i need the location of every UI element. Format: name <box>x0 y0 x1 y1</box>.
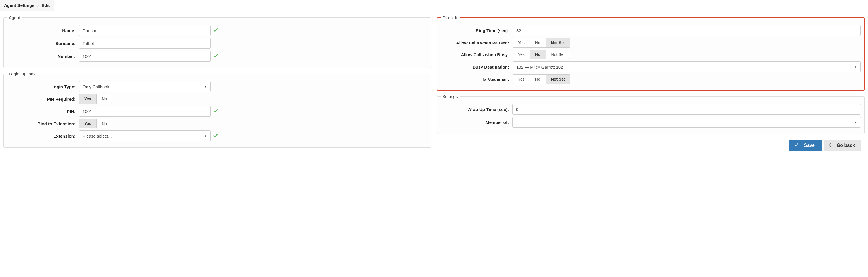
busy-dest-value: 102 — Miley Garrett 102 <box>516 64 563 69</box>
label-allow-paused: Allow Calls when Paused: <box>441 40 513 45</box>
ring-time-input[interactable] <box>513 25 861 36</box>
legend-direct-in: Direct In <box>441 15 460 20</box>
extension-value: Please select... <box>83 134 112 138</box>
label-ring-time: Ring Time (sec): <box>441 28 513 33</box>
check-icon <box>213 53 218 59</box>
number-input[interactable] <box>79 51 211 62</box>
check-icon <box>213 133 218 139</box>
check-icon <box>213 109 218 115</box>
is-voicemail-notset[interactable]: Not Set <box>546 74 570 84</box>
label-pin-required: PIN Required: <box>7 97 79 101</box>
allow-paused-toggle: Yes No Not Set <box>513 38 570 48</box>
login-type-value: Only Callback <box>83 84 109 89</box>
pin-input[interactable] <box>79 106 211 117</box>
label-busy-dest: Busy Destination: <box>441 64 513 69</box>
allow-busy-yes[interactable]: Yes <box>513 50 530 59</box>
label-member-of: Member of: <box>441 120 512 125</box>
label-is-voicemail: Is Voicemail: <box>441 77 513 82</box>
save-label: Save <box>804 143 814 148</box>
allow-busy-notset[interactable]: Not Set <box>546 50 570 59</box>
label-name: Name: <box>7 28 79 33</box>
label-number: Number: <box>7 54 79 59</box>
check-icon <box>794 143 799 148</box>
extension-select[interactable]: Please select... ▼ <box>79 130 211 142</box>
pin-required-toggle: Yes No <box>79 94 112 104</box>
bind-ext-toggle: Yes No <box>79 119 112 128</box>
bind-ext-yes[interactable]: Yes <box>79 119 97 128</box>
breadcrumb: Agent Settings › Edit <box>0 0 54 10</box>
go-back-button[interactable]: Go back <box>825 140 861 151</box>
surname-input[interactable] <box>79 38 211 49</box>
chevron-down-icon: ▼ <box>204 134 207 137</box>
label-allow-busy: Allow Calls when Busy: <box>441 52 513 57</box>
arrow-left-icon <box>829 143 833 148</box>
label-extension: Extension: <box>7 134 79 138</box>
chevron-down-icon: ▼ <box>854 65 857 68</box>
pin-required-no[interactable]: No <box>96 94 112 104</box>
wrapup-input[interactable] <box>512 104 861 115</box>
allow-busy-toggle: Yes No Not Set <box>513 50 570 59</box>
allow-paused-notset[interactable]: Not Set <box>546 38 570 48</box>
legend-agent: Agent <box>7 15 22 20</box>
label-pin: PIN: <box>7 109 79 114</box>
busy-dest-select[interactable]: 102 — Miley Garrett 102 ▼ <box>513 61 861 72</box>
is-voicemail-no[interactable]: No <box>530 74 546 84</box>
label-login-type: Login Type: <box>7 84 79 89</box>
label-wrapup: Wrap Up Time (sec): <box>441 107 512 112</box>
fieldset-agent: Agent Name: Surname: Number: <box>3 15 431 68</box>
legend-login-options: Login Options <box>7 71 37 76</box>
check-icon <box>213 28 218 34</box>
go-back-label: Go back <box>837 143 855 148</box>
breadcrumb-current: Edit <box>41 3 50 8</box>
chevron-down-icon: ▼ <box>854 121 857 124</box>
fieldset-login-options: Login Options Login Type: Only Callback … <box>3 71 431 148</box>
legend-settings: Settings <box>441 94 460 99</box>
chevron-down-icon: ▼ <box>204 85 207 88</box>
bind-ext-no[interactable]: No <box>96 119 112 128</box>
chevron-right-icon: › <box>37 3 39 8</box>
footer-actions: Save Go back <box>437 137 865 155</box>
allow-paused-yes[interactable]: Yes <box>513 38 530 48</box>
save-button[interactable]: Save <box>789 140 821 151</box>
login-type-select[interactable]: Only Callback ▼ <box>79 81 211 92</box>
breadcrumb-parent[interactable]: Agent Settings <box>4 3 34 8</box>
fieldset-direct-in: Direct In Ring Time (sec): Allow Calls w… <box>437 15 865 91</box>
allow-busy-no[interactable]: No <box>530 50 546 59</box>
label-surname: Surname: <box>7 41 79 46</box>
is-voicemail-yes[interactable]: Yes <box>513 74 530 84</box>
member-of-select[interactable]: ▼ <box>512 117 861 128</box>
label-bind-ext: Bind to Extension: <box>7 121 79 126</box>
fieldset-settings: Settings Wrap Up Time (sec): Member of: … <box>437 94 865 134</box>
pin-required-yes[interactable]: Yes <box>79 94 97 104</box>
allow-paused-no[interactable]: No <box>530 38 546 48</box>
is-voicemail-toggle: Yes No Not Set <box>513 74 570 84</box>
name-input[interactable] <box>79 25 211 36</box>
